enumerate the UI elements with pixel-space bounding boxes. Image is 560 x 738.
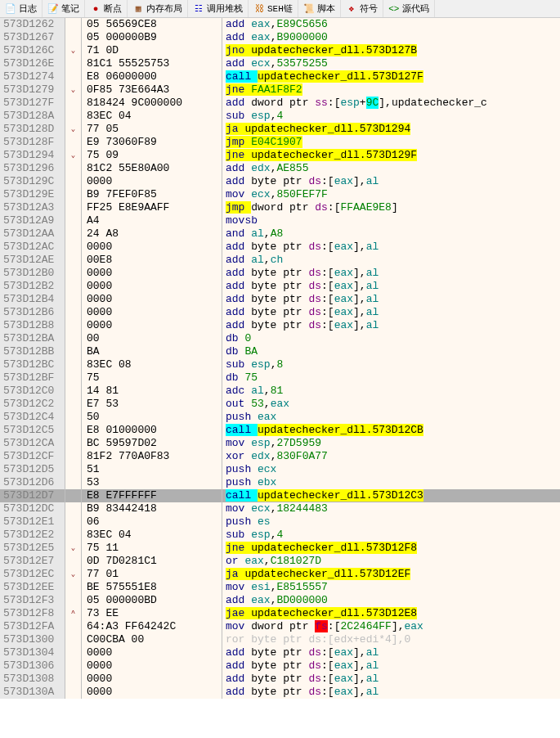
disasm-row[interactable]: 573D12AA24 A8and al,A8 xyxy=(0,227,560,241)
toolbar-item-1[interactable]: 📝笔记 xyxy=(43,0,85,17)
disasm-row[interactable]: 573D128A83EC 04sub esp,4 xyxy=(0,110,560,123)
toolbar-item-2[interactable]: ●断点 xyxy=(85,0,128,17)
disasm-row[interactable]: 573D12BBBAdb BA xyxy=(0,345,560,358)
disasm-row[interactable]: 573D128FE9 73060F89jmp E04C1907 xyxy=(0,136,560,149)
disasm-row[interactable]: 573D129C0000add byte ptr ds:[eax],al xyxy=(0,175,560,188)
toolbar-label: 脚本 xyxy=(317,2,335,15)
toolbar-item-4[interactable]: ☷调用堆栈 xyxy=(188,0,249,17)
disasm-row[interactable]: 573D12CF81F2 770A0F83xor edx,830F0A77 xyxy=(0,450,560,463)
disasm-row[interactable]: 573D12BC83EC 08sub esp,8 xyxy=(0,358,560,371)
disasm-row[interactable]: 573D13080000add byte ptr ds:[eax],al xyxy=(0,673,560,686)
disassembly-view[interactable]: 573D126205 56569CE8add eax,E89C5656573D1… xyxy=(0,18,560,699)
address-column: 573D12A3 xyxy=(0,201,65,214)
disasm-row[interactable]: 573D13060000add byte ptr ds:[eax],al xyxy=(0,659,560,673)
disasm-row[interactable]: 573D12E283EC 04sub esp,4 xyxy=(0,529,560,542)
disasm-column: jne updatechecker_dll.573D12F8 xyxy=(222,542,560,555)
disasm-column: add edx,AE855 xyxy=(222,162,560,175)
disasm-row[interactable]: 573D1274E8 06000000call updatechecker_dl… xyxy=(0,70,560,83)
disasm-row[interactable]: 573D12C5E8 01000000call updatechecker_dl… xyxy=(0,424,560,437)
jump-indicator xyxy=(65,555,82,568)
disasm-row[interactable]: 573D1294⌄75 09jne updatechecker_dll.573D… xyxy=(0,149,560,162)
bytes-column: FF25 E8E9AAFF xyxy=(82,201,222,214)
disasm-row[interactable]: 573D12D7E8 E7FFFFFFcall updatechecker_dl… xyxy=(0,489,560,502)
toolbar-item-0[interactable]: 📄日志 xyxy=(0,0,43,17)
disasm-row[interactable]: 573D12B40000add byte ptr ds:[eax],al xyxy=(0,293,560,306)
disasm-row[interactable]: 573D12D653push ebx xyxy=(0,476,560,489)
jump-indicator xyxy=(65,110,82,123)
disasm-row[interactable]: 573D12C450push eax xyxy=(0,411,560,424)
disasm-row[interactable]: 573D1300C00CBA 00ror byte ptr ds:[edx+ed… xyxy=(0,633,560,646)
address-column: 573D12B6 xyxy=(0,306,65,319)
disasm-row[interactable]: 573D12B80000add byte ptr ds:[eax],al xyxy=(0,319,560,332)
jump-indicator xyxy=(65,411,82,424)
toolbar-item-3[interactable]: ▦内存布局 xyxy=(128,0,188,17)
address-column: 573D12E1 xyxy=(0,515,65,529)
disasm-row[interactable]: 573D130A0000add byte ptr ds:[eax],al xyxy=(0,686,560,699)
toolbar-item-8[interactable]: <>源代码 xyxy=(383,0,435,17)
bytes-column: 05 56569CE8 xyxy=(82,18,222,31)
disasm-row[interactable]: 573D126E81C1 55525753add ecx,53575255 xyxy=(0,57,560,70)
toolbar-icon: ⛓ xyxy=(253,3,265,15)
address-column: 573D1274 xyxy=(0,70,65,83)
disasm-row[interactable]: 573D12AC0000add byte ptr ds:[eax],al xyxy=(0,241,560,254)
disasm-row[interactable]: 573D12BA00db 0 xyxy=(0,332,560,345)
toolbar-item-6[interactable]: 📜脚本 xyxy=(298,0,341,17)
disasm-row[interactable]: 573D12EC⌄77 01ja updatechecker_dll.573D1… xyxy=(0,568,560,581)
disasm-row[interactable]: 573D12E5⌄75 11jne updatechecker_dll.573D… xyxy=(0,542,560,555)
disasm-row[interactable]: 573D12B00000add byte ptr ds:[eax],al xyxy=(0,267,560,280)
bytes-column: 73 EE xyxy=(82,607,222,620)
jump-indicator xyxy=(65,162,82,175)
disasm-row[interactable]: 573D12F8^73 EEjae updatechecker_dll.573D… xyxy=(0,607,560,620)
disasm-column: add eax,E89C5656 xyxy=(222,18,560,31)
address-column: 573D12C4 xyxy=(0,411,65,424)
disasm-row[interactable]: 573D12E70D 7D0281C1or eax,C181027D xyxy=(0,555,560,568)
address-column: 573D128F xyxy=(0,136,65,149)
bytes-column: BA xyxy=(82,345,222,358)
disasm-row[interactable]: 573D127F818424 9C000000add dword ptr ss:… xyxy=(0,97,560,110)
disasm-row[interactable]: 573D126205 56569CE8add eax,E89C5656 xyxy=(0,18,560,31)
bytes-column: 0000 xyxy=(82,319,222,332)
address-column: 573D12C0 xyxy=(0,385,65,398)
disasm-row[interactable]: 573D126C⌄71 0Djno updatechecker_dll.573D… xyxy=(0,44,560,57)
address-column: 573D126C xyxy=(0,44,65,57)
disasm-row[interactable]: 573D12E106push es xyxy=(0,515,560,529)
disasm-column: jmp E04C1907 xyxy=(222,136,560,149)
disasm-row[interactable]: 573D12B20000add byte ptr ds:[eax],al xyxy=(0,280,560,293)
address-column: 573D126E xyxy=(0,57,65,70)
bytes-column: C00CBA 00 xyxy=(82,633,222,646)
disasm-row[interactable]: 573D1279⌄0F85 73E664A3jne FAA1F8F2 xyxy=(0,83,560,97)
disasm-row[interactable]: 573D13040000add byte ptr ds:[eax],al xyxy=(0,646,560,659)
bytes-column: 51 xyxy=(82,463,222,476)
address-column: 573D1267 xyxy=(0,31,65,44)
jump-indicator: ⌄ xyxy=(65,149,82,162)
disasm-row[interactable]: 573D129681C2 55E80A00add edx,AE855 xyxy=(0,162,560,175)
address-column: 573D12E7 xyxy=(0,555,65,568)
disasm-row[interactable]: 573D12C2E7 53out 53,eax xyxy=(0,398,560,411)
disasm-row[interactable]: 573D129EB9 7FEF0F85mov ecx,850FEF7F xyxy=(0,188,560,201)
disasm-column: add byte ptr ds:[eax],al xyxy=(222,319,560,332)
disasm-column: add byte ptr ds:[eax],al xyxy=(222,646,560,659)
address-column: 573D12DC xyxy=(0,502,65,515)
disasm-row[interactable]: 573D12AE00E8add al,ch xyxy=(0,254,560,267)
jump-indicator xyxy=(65,385,82,398)
disasm-row[interactable]: 573D12D551push ecx xyxy=(0,463,560,476)
bytes-column: BE 575551E8 xyxy=(82,581,222,594)
disasm-row[interactable]: 573D126705 000000B9add eax,B9000000 xyxy=(0,31,560,44)
toolbar-item-5[interactable]: ⛓SEH链 xyxy=(249,0,298,17)
jump-indicator xyxy=(65,358,82,371)
disasm-row[interactable]: 573D128D⌄77 05ja updatechecker_dll.573D1… xyxy=(0,123,560,136)
disasm-row[interactable]: 573D12DCB9 83442418mov ecx,18244483 xyxy=(0,502,560,515)
disasm-row[interactable]: 573D12EEBE 575551E8mov esi,E8515557 xyxy=(0,581,560,594)
disasm-column: add byte ptr ds:[eax],al xyxy=(222,686,560,699)
disasm-row[interactable]: 573D12A9A4movsb xyxy=(0,214,560,227)
disasm-row[interactable]: 573D12C014 81adc al,81 xyxy=(0,385,560,398)
disasm-row[interactable]: 573D12A3FF25 E8E9AAFFjmp dword ptr ds:[F… xyxy=(0,201,560,214)
toolbar-item-7[interactable]: ❖符号 xyxy=(341,0,383,17)
disasm-row[interactable]: 573D12B60000add byte ptr ds:[eax],al xyxy=(0,306,560,319)
disasm-column: jmp dword ptr ds:[FFAAE9E8] xyxy=(222,201,560,214)
disasm-row[interactable]: 573D12FA64:A3 FF64242Cmov dword ptr fs:[… xyxy=(0,620,560,633)
disasm-row[interactable]: 573D12BF75db 75 xyxy=(0,371,560,385)
disasm-row[interactable]: 573D12F305 000000BDadd eax,BD000000 xyxy=(0,594,560,607)
disasm-column: add byte ptr ds:[eax],al xyxy=(222,175,560,188)
disasm-row[interactable]: 573D12CABC 59597D02mov esp,27D5959 xyxy=(0,437,560,450)
